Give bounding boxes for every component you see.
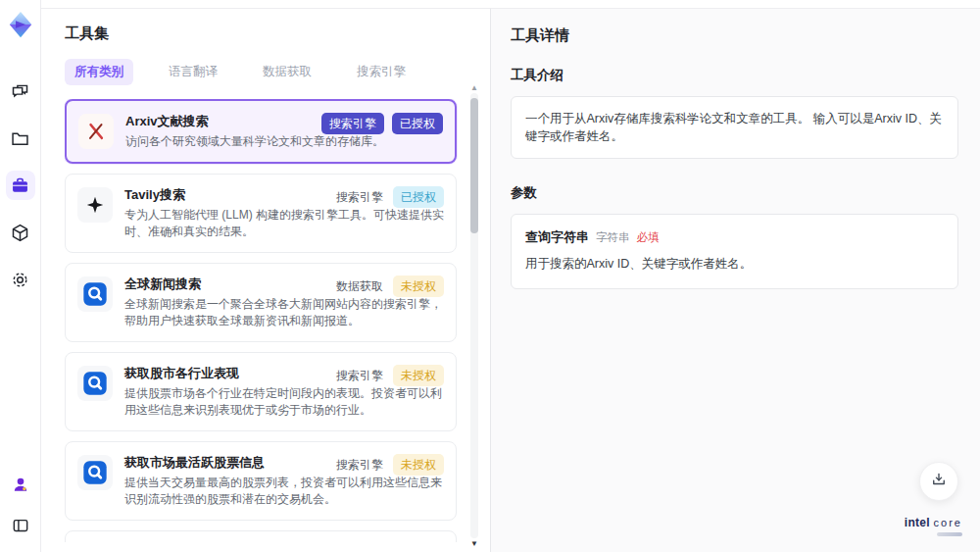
- tool-badges: 搜索引擎 已授权: [321, 113, 443, 134]
- tool-category-badge: 搜索引擎: [321, 113, 384, 134]
- category-tab-2[interactable]: 数据获取: [253, 59, 321, 85]
- sidebar-item-toolbox[interactable]: [6, 171, 35, 200]
- download-icon: [930, 471, 948, 492]
- param-type: 字符串: [596, 230, 630, 245]
- tool-badges: 搜索引擎 已授权: [334, 186, 444, 208]
- tool-desc: 提供当天交易量最高的股票列表，投资者可以利用这些信息来识别流动性强的股票和潜在的…: [124, 475, 444, 508]
- detail-title: 工具详情: [511, 26, 958, 45]
- tool-auth-badge: 已授权: [392, 113, 443, 134]
- sidebar-item-settings[interactable]: [6, 265, 35, 294]
- page-title: 工具集: [65, 25, 490, 43]
- download-button[interactable]: [919, 462, 958, 501]
- intro-text: 一个用于从Arxiv存储库搜索科学论文和文章的工具。 输入可以是Arxiv ID…: [511, 96, 958, 159]
- news-search-icon: [77, 366, 113, 401]
- intel-wordmark: intel: [905, 516, 930, 529]
- tool-badges: 搜索引擎 未授权: [334, 454, 444, 476]
- param-desc: 用于搜索的Arxiv ID、关键字或作者姓名。: [525, 256, 944, 273]
- package-icon: [10, 223, 30, 243]
- tool-desc: 提供股票市场各个行业在特定时间段内的表现。投资者可以利用这些信息来识别表现优于或…: [124, 385, 444, 419]
- tool-list: Arxiv文献搜索 访问各个研究领域大量科学论文和文章的存储库。 搜索引擎 已授…: [65, 99, 490, 542]
- scrollbar-thumb[interactable]: [470, 98, 478, 233]
- intel-logo-bar: [937, 532, 962, 536]
- tool-detail-panel: 工具详情 工具介绍 一个用于从Arxiv存储库搜索科学论文和文章的工具。 输入可…: [490, 8, 980, 552]
- category-tab-3[interactable]: 搜索引擎: [347, 59, 416, 85]
- tool-desc: 专为人工智能代理 (LLM) 构建的搜索引擎工具。可快速提供实时、准确和真实的结…: [124, 207, 444, 240]
- tool-list-panel: 工具集 所有类别语言翻译数据获取搜索引擎 Arxiv文献搜索 访问各个研究领域大…: [41, 8, 490, 552]
- scrollbar-track[interactable]: [470, 93, 478, 538]
- chat-icon: [10, 81, 30, 102]
- tool-auth-badge: 已授权: [393, 186, 444, 208]
- tool-category-badge: 搜索引擎: [334, 365, 385, 386]
- news-search-icon: [77, 276, 113, 312]
- sidebar-item-packages[interactable]: [6, 218, 35, 247]
- app-logo-icon: [6, 10, 35, 39]
- category-tab-1[interactable]: 语言翻译: [159, 59, 227, 85]
- tool-card[interactable]: 全球新闻搜索 全球新闻搜索是一个聚合全球各大新闻网站内容的搜索引擎，帮助用户快速…: [65, 263, 457, 342]
- tool-desc: 全球新闻搜索是一个聚合全球各大新闻网站内容的搜索引擎，帮助用户快速获取全球最新资…: [124, 296, 444, 329]
- sidebar-item-chat[interactable]: [6, 76, 35, 106]
- gear-icon: [10, 270, 30, 290]
- tool-card[interactable]: Arxiv文献搜索 访问各个研究领域大量科学论文和文章的存储库。 搜索引擎 已授…: [65, 99, 457, 164]
- sidebar: [0, 0, 41, 552]
- briefcase-icon: [10, 176, 30, 196]
- folder-icon: [10, 128, 30, 149]
- tool-category-badge: 搜索引擎: [334, 454, 385, 476]
- core-wordmark: core: [934, 517, 962, 528]
- scroll-down-arrow[interactable]: ▼: [468, 539, 480, 548]
- sidebar-nav: [6, 76, 35, 294]
- collapse-sidebar-button[interactable]: [6, 511, 35, 540]
- tool-badges: 数据获取 未授权: [334, 276, 444, 297]
- tool-auth-badge: 未授权: [393, 454, 444, 476]
- parameter-card: 查询字符串 字符串 必填 用于搜索的Arxiv ID、关键字或作者姓名。: [511, 214, 958, 289]
- panel-toggle-icon: [11, 516, 30, 535]
- param-name: 查询字符串: [525, 228, 589, 246]
- category-tab-0[interactable]: 所有类别: [65, 59, 133, 85]
- tool-card[interactable]: 获取股市各行业表现 提供股票市场各个行业在特定时间段内的表现。投资者可以利用这些…: [65, 352, 457, 431]
- category-tabs: 所有类别语言翻译数据获取搜索引擎: [65, 59, 490, 85]
- arxiv-icon: [78, 114, 114, 149]
- intro-heading: 工具介绍: [511, 67, 958, 84]
- intel-core-logo: intel core: [905, 516, 962, 536]
- tool-desc: 访问各个研究领域大量科学论文和文章的存储库。: [125, 133, 443, 150]
- tavily-icon: [77, 187, 113, 223]
- user-avatar[interactable]: [6, 470, 35, 499]
- tool-auth-badge: 未授权: [393, 276, 444, 297]
- tool-category-badge: 数据获取: [334, 276, 385, 297]
- sidebar-bottom: [6, 470, 35, 540]
- app-window: 工具集 所有类别语言翻译数据获取搜索引擎 Arxiv文献搜索 访问各个研究领域大…: [0, 0, 980, 552]
- param-required-badge: 必填: [637, 230, 660, 245]
- sidebar-item-files[interactable]: [6, 124, 35, 153]
- tool-card[interactable]: Tavily搜索 专为人工智能代理 (LLM) 构建的搜索引擎工具。可快速提供实…: [65, 174, 457, 253]
- avatar-icon: [11, 475, 30, 494]
- tool-card[interactable]: 获取市场最活跃股票信息 提供当天交易量最高的股票列表，投资者可以利用这些信息来识…: [65, 441, 457, 521]
- tool-auth-badge: 未授权: [393, 365, 444, 386]
- params-heading: 参数: [511, 184, 958, 202]
- tool-category-badge: 搜索引擎: [334, 186, 385, 208]
- tool-badges: 搜索引擎 未授权: [334, 365, 444, 386]
- tool-card[interactable]: 万维地区新闻查询 查询具体行政区划内的新闻，快速了解各地新闻动 搜索引擎 未授权: [65, 530, 457, 542]
- scroll-up-arrow[interactable]: ▲: [468, 83, 480, 92]
- news-search-icon: [77, 455, 113, 490]
